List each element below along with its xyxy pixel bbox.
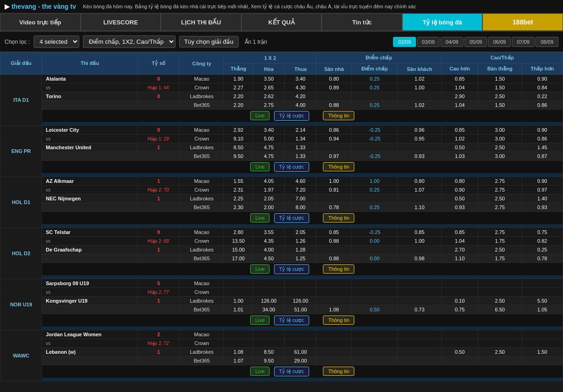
tagline: Kèo bóng đá hôm nay. Bảng tỷ lệ bóng đá … [83,4,416,10]
caohon-5-3 [441,357,478,365]
date-tab-2[interactable]: 04/09 [440,37,463,47]
hoa-0-1: 2.65 [253,83,285,92]
sannha-4-3: 1.08 [317,305,352,314]
btn-odds-3[interactable]: Tỷ lệ cược [274,264,309,274]
btn-info-2[interactable]: Thông tin [323,213,354,222]
banthang-1-1: 3.00 [478,135,522,143]
btn-live-4[interactable]: Live [250,316,270,325]
caohon-1-3: 1.03 [441,152,478,161]
logo-text: thevang - the vàng tv [12,3,76,10]
banthang-1-3: 3.00 [478,152,522,161]
thang-2-2: 2.25 [224,194,253,203]
btn-odds-0[interactable]: Tỷ lệ cược [274,111,309,121]
hoa-2-0: 4.05 [253,177,285,186]
hoa-3-1: 4.35 [253,237,285,246]
nav-video[interactable]: Video trực tiếp [0,13,81,31]
diemchap-1-3: -0.25 [352,152,397,161]
btn-odds-1[interactable]: Tỷ lệ cược [274,162,309,172]
date-tab-0[interactable]: 02/09 [393,37,416,47]
nav-schedule[interactable]: LỊCH THI ĐẤU [161,13,241,31]
sannha-1-2 [317,143,352,152]
btn-info-0[interactable]: Thông tin [323,111,354,120]
score2-1: 1 [138,143,180,152]
nav-odds[interactable]: Tỷ lệ bóng đá [402,13,483,31]
filter-selected[interactable]: 4 selected [34,35,79,48]
thaphon-3-2: 0.25 [522,246,563,254]
sannha-2-1: 0.81 [317,186,352,194]
caohon-5-1 [441,339,478,348]
hide-match-label: Ấn 1 trận [245,39,267,45]
caohon-3-0: 0.85 [441,228,478,237]
hoa-5-0 [253,330,285,339]
col-1x2-group: 1 X 2 [224,53,317,64]
empty2-4 [138,305,180,314]
sannha-2-2 [317,194,352,203]
banthang-5-2: 2.50 [478,348,522,357]
thang-4-3: 1.01 [224,305,253,314]
btn-odds-4[interactable]: Tỷ lệ cược [274,316,309,325]
time-4: Hiệp 2: 77' [138,288,180,297]
date-tab-5[interactable]: 07/09 [512,37,535,47]
sankhach-3-2 [398,246,442,254]
nav-livescore[interactable]: LIVESCORE [81,13,161,31]
thaphon-0-2: 0.22 [522,92,563,101]
btn-info-5[interactable]: Thông tin [323,367,354,376]
btn-info-3[interactable]: Thông tin [323,264,354,274]
thang-0-2: 2.20 [224,92,253,101]
btn-live-5[interactable]: Live [250,367,270,376]
col-thua: Thua [285,64,317,75]
nav-results[interactable]: KẾT QUẢ [241,13,322,31]
team1-2: AZ Alkmaar [42,177,138,186]
company-3-2: Ladbrokes [180,246,224,254]
league-cell-4: NOR U19 [0,279,42,330]
btn-live-1[interactable]: Live [250,162,270,171]
sankhach-2-2 [398,194,442,203]
caohon-0-2: 2.90 [441,92,478,101]
sannha-4-1 [317,288,352,297]
filter-odds-type[interactable]: Điểm chấp, 1X2, Cao/Thấp [83,35,176,48]
sannha-0-3: 0.88 [317,101,352,110]
caohon-4-2: 0.10 [441,297,478,305]
nav-news[interactable]: Tin tức [322,13,402,31]
thaphon-5-3 [522,357,563,365]
date-tab-3[interactable]: 05/09 [464,37,487,47]
thang-5-2: 1.08 [224,348,253,357]
btn-odds-2[interactable]: Tỷ lệ cược [274,213,309,223]
empty-3 [42,254,138,263]
btn-live-0[interactable]: Live [250,111,270,120]
date-tab-4[interactable]: 06/09 [488,37,511,47]
btn-odds-5[interactable]: Tỷ lệ cược [274,367,309,376]
sankhach-4-3: 0.73 [398,305,442,314]
sankhach-3-0: 0.85 [398,228,442,237]
filter-tournament[interactable]: Tùy chọn giải đấu [179,36,239,47]
caohon-2-1: 0.90 [441,186,478,194]
diemchap-0-3: 0.25 [352,101,397,110]
odds-table: Giải đấu Thi đấu Tỷ số Công ty 1 X 2 Điể… [0,52,563,381]
nav-188bet[interactable]: 188bet [482,13,563,31]
empty2-3 [138,254,180,263]
hoa-0-0: 3.50 [253,75,285,83]
thaphon-5-1 [522,339,563,348]
time-3: Hiệp 2: 69' [138,237,180,246]
thua-1-2: 1.33 [285,143,317,152]
col-cao-hon: Cao hơn [441,64,478,75]
action-row-4: Live Tỷ lệ cược Thông tin [42,314,563,327]
thua-2-1: 7.20 [285,186,317,194]
header: ▶ thevang - the vàng tv Kèo bóng đá hôm … [0,0,563,13]
sannha-4-0 [317,279,352,288]
empty-2 [42,203,138,212]
btn-info-1[interactable]: Thông tin [323,162,354,171]
btn-live-3[interactable]: Live [250,264,270,274]
btn-info-4[interactable]: Thông tin [323,316,354,325]
hoa-2-1: 1.97 [253,186,285,194]
thaphon-3-1: 0.82 [522,237,563,246]
sannha-3-1: 0.88 [317,237,352,246]
btn-live-2[interactable]: Live [250,213,270,222]
company-1-0: Macao [180,126,224,135]
thaphon-2-2: 1.40 [522,194,563,203]
company-4-0: Macao [180,279,224,288]
sannha-3-2 [317,246,352,254]
team2-0: Torino [42,92,138,101]
date-tab-6[interactable]: 08/09 [535,37,558,47]
date-tab-1[interactable]: 03/09 [417,37,440,47]
